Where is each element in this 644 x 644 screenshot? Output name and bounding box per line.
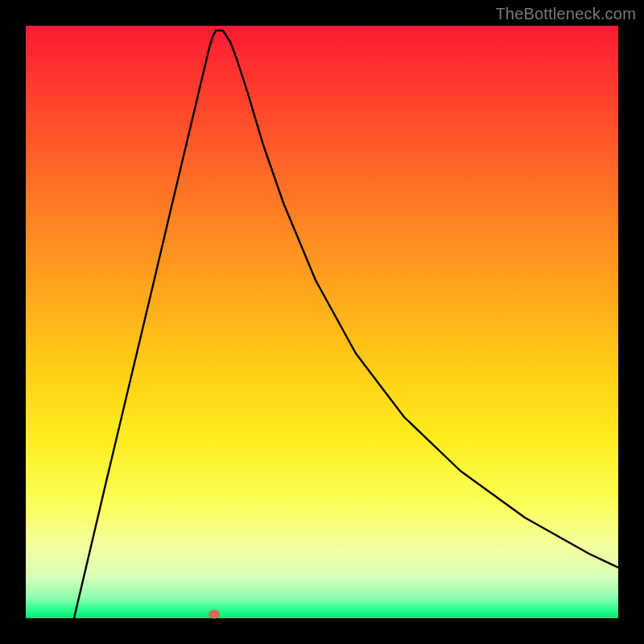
minimum-marker — [208, 610, 220, 619]
bottleneck-curve — [26, 26, 618, 618]
plot-area — [26, 26, 618, 618]
chart-frame: TheBottleneck.com — [0, 0, 644, 644]
watermark-text: TheBottleneck.com — [495, 5, 636, 23]
